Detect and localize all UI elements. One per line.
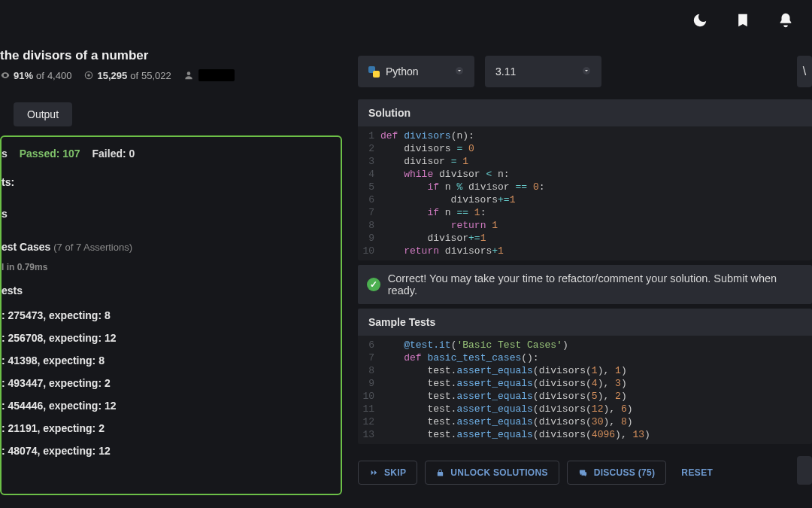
discuss-button[interactable]: DISCUSS (75) — [567, 461, 667, 485]
time-label: s — [2, 148, 8, 160]
results-subheading: s — [2, 193, 335, 224]
author-stat[interactable] — [183, 69, 235, 81]
test-cases-node[interactable]: est Cases (7 of 7 Assertions) — [2, 224, 335, 257]
output-panel: s Passed: 107 Failed: 0 ts: s est Cases … — [0, 135, 342, 495]
failed-count: Failed: 0 — [92, 148, 135, 160]
solution-header: Solution — [358, 99, 812, 126]
tab-output[interactable]: Output — [14, 102, 72, 126]
skip-button[interactable]: SKIP — [358, 461, 417, 485]
test-result-line: : 493447, expecting: 2 — [2, 372, 335, 394]
results-heading: ts: — [2, 172, 335, 193]
sample-tests-header: Sample Tests — [358, 309, 812, 336]
reset-button[interactable]: RESET — [674, 461, 720, 484]
test-result-line: : 41398, expecting: 8 — [2, 349, 335, 372]
python-icon — [368, 66, 380, 78]
kata-title: the divisors of a number — [0, 47, 235, 66]
svg-point-1 — [88, 74, 91, 77]
language-select[interactable]: Python — [358, 56, 474, 87]
test-result-line: : 454446, expecting: 12 — [2, 394, 335, 417]
version-value: 3.11 — [495, 65, 516, 78]
satisfaction-stat: 91%of4,400 — [0, 70, 71, 81]
test-result-line: : 48074, expecting: 12 — [2, 440, 335, 462]
submit-button-edge[interactable] — [797, 456, 812, 485]
chevron-down-icon — [582, 65, 591, 78]
test-result-line: : 21191, expecting: 2 — [2, 417, 335, 440]
passed-count: Passed: 107 — [20, 148, 80, 160]
test-result-line: : 256708, expecting: 12 — [2, 327, 335, 349]
completed-stat: 15,295of55,022 — [83, 70, 171, 81]
layout-toggle[interactable]: \ — [797, 56, 812, 87]
check-icon: ✓ — [367, 278, 380, 291]
bell-icon[interactable] — [777, 12, 794, 31]
version-select[interactable]: 3.11 — [485, 56, 601, 87]
language-value: Python — [386, 65, 419, 78]
sample-tests-editor[interactable]: 678910111213 @test.it('Basic Test Cases'… — [358, 336, 812, 444]
test-result-line: : 275473, expecting: 8 — [2, 304, 335, 327]
chevron-down-icon — [455, 65, 464, 78]
author-avatar — [198, 69, 235, 81]
timing-label: l in 0.79ms — [2, 257, 335, 280]
correct-banner: ✓ Correct! You may take your time to ref… — [358, 265, 812, 304]
correct-message: Correct! You may take your time to refac… — [388, 272, 803, 297]
unlock-solutions-button[interactable]: UNLOCK SOLUTIONS — [425, 461, 559, 485]
solution-editor[interactable]: 12345678910 def divisors(n): divisors = … — [358, 126, 812, 260]
tests-heading: ests — [2, 280, 335, 304]
moon-icon[interactable] — [692, 12, 708, 31]
bookmark-star-icon[interactable] — [735, 12, 750, 31]
